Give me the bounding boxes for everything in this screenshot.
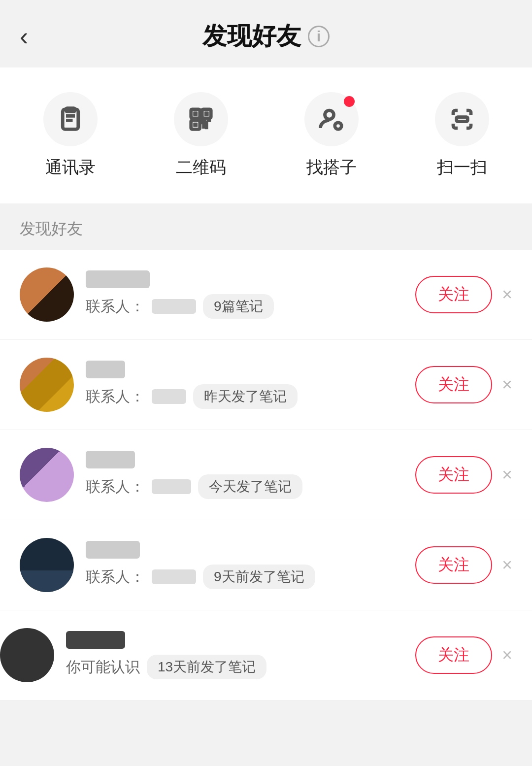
friend-name-blur-4 <box>86 541 140 559</box>
follow-button-5[interactable]: 关注 <box>415 636 492 674</box>
follow-button-1[interactable]: 关注 <box>415 276 492 313</box>
friend-badge-1: 9篇笔记 <box>203 294 274 319</box>
friend-actions-2: 关注 × <box>415 366 512 403</box>
scan-icon-wrap <box>435 92 489 146</box>
friend-label-4: 联系人： <box>86 567 145 587</box>
svg-rect-7 <box>193 123 198 127</box>
friend-label-3: 联系人： <box>86 477 145 497</box>
title-wrap: 发现好友 i <box>202 20 330 53</box>
friend-item-3: 联系人： 今天发了笔记 关注 × <box>0 430 532 520</box>
follow-button-2[interactable]: 关注 <box>415 366 492 403</box>
close-icon-2[interactable]: × <box>502 374 512 395</box>
scan-icon <box>449 106 475 133</box>
person-search-icon <box>318 106 345 133</box>
avatar-1 <box>20 267 74 322</box>
close-icon-3[interactable]: × <box>502 465 512 485</box>
friend-label-2: 联系人： <box>86 387 145 407</box>
friend-badge-3: 今天发了笔记 <box>198 474 302 499</box>
contacts-label: 通讯录 <box>45 156 96 179</box>
friend-info-4: 联系人： 9天前发了笔记 <box>86 541 403 589</box>
friend-name-blur-2 <box>86 361 125 378</box>
friend-name-blur-1 <box>86 270 150 288</box>
scan-label: 扫一扫 <box>437 156 487 179</box>
avatar-4 <box>20 538 74 592</box>
friend-name-row-1 <box>86 270 403 288</box>
find-partner-label: 找搭子 <box>306 156 357 179</box>
friend-meta-row-3: 联系人： 今天发了笔记 <box>86 474 403 499</box>
friend-contact-blur-3 <box>152 479 191 494</box>
friend-info-3: 联系人： 今天发了笔记 <box>86 451 403 499</box>
quick-action-scan[interactable]: 扫一扫 <box>397 82 527 189</box>
svg-rect-5 <box>193 111 198 116</box>
friend-contact-blur-4 <box>152 569 196 584</box>
friend-badge-5: 13天前发了笔记 <box>147 655 266 679</box>
avatar-3 <box>20 448 74 502</box>
friend-meta-row-4: 联系人： 9天前发了笔记 <box>86 565 403 589</box>
friend-meta-row-2: 联系人： 昨天发了笔记 <box>86 384 403 409</box>
friend-name-row-3 <box>86 451 403 468</box>
friend-contact-blur-1 <box>152 299 196 314</box>
qrcode-label: 二维码 <box>176 156 226 179</box>
quick-action-find-partner[interactable]: 找搭子 <box>266 82 397 189</box>
friend-name-row-5 <box>66 631 403 649</box>
follow-button-4[interactable]: 关注 <box>415 546 492 584</box>
friend-contact-blur-2 <box>152 389 186 404</box>
friend-badge-4: 9天前发了笔记 <box>203 565 315 589</box>
friend-actions-4: 关注 × <box>415 546 512 584</box>
friend-item-4: 联系人： 9天前发了笔记 关注 × <box>0 520 532 610</box>
svg-rect-10 <box>456 117 467 122</box>
friend-name-blur-5 <box>66 631 125 649</box>
friend-meta-row-5: 你可能认识 13天前发了笔记 <box>66 655 403 679</box>
qrcode-icon <box>188 106 214 133</box>
friend-item-5: 你可能认识 13天前发了笔记 关注 × <box>0 610 532 700</box>
quick-action-contacts[interactable]: 通讯录 <box>5 82 135 189</box>
close-icon-1[interactable]: × <box>502 284 512 305</box>
friend-name-row-2 <box>86 361 403 378</box>
back-button[interactable]: ‹ <box>20 24 28 49</box>
friend-badge-2: 昨天发了笔记 <box>193 384 298 409</box>
friend-item-1: 联系人： 9篇笔记 关注 × <box>0 250 532 340</box>
friend-info-5: 你可能认识 13天前发了笔记 <box>66 631 403 679</box>
friend-label-5: 你可能认识 <box>66 657 140 677</box>
friend-info-1: 联系人： 9篇笔记 <box>86 270 403 319</box>
section-title: 发现好友 <box>20 220 83 237</box>
section-header: 发现好友 <box>0 203 532 250</box>
avatar-2 <box>20 358 74 412</box>
avatar-5 <box>0 628 54 682</box>
clipboard-icon <box>57 106 84 133</box>
contacts-icon-wrap <box>43 92 98 146</box>
close-icon-4[interactable]: × <box>502 555 512 575</box>
find-partner-icon-wrap <box>304 92 359 146</box>
find-partner-badge <box>344 96 355 107</box>
page-title: 发现好友 <box>202 20 301 53</box>
qrcode-icon-wrap <box>174 92 228 146</box>
friend-actions-5: 关注 × <box>415 636 512 674</box>
svg-rect-1 <box>66 108 75 112</box>
friend-name-row-4 <box>86 541 403 559</box>
header: ‹ 发现好友 i <box>0 0 532 67</box>
close-icon-5[interactable]: × <box>502 645 512 666</box>
follow-button-3[interactable]: 关注 <box>415 456 492 494</box>
friend-meta-row-1: 联系人： 9篇笔记 <box>86 294 403 319</box>
friend-info-2: 联系人： 昨天发了笔记 <box>86 361 403 409</box>
quick-action-qrcode[interactable]: 二维码 <box>135 82 266 189</box>
friend-list: 联系人： 9篇笔记 关注 × 联系人： 昨天发了笔记 关注 × <box>0 250 532 700</box>
friend-item-2: 联系人： 昨天发了笔记 关注 × <box>0 340 532 430</box>
svg-rect-6 <box>204 111 208 116</box>
quick-actions-grid: 通讯录 二维码 找搭子 <box>0 67 532 203</box>
friend-label-1: 联系人： <box>86 297 145 317</box>
friend-actions-3: 关注 × <box>415 456 512 494</box>
friend-actions-1: 关注 × <box>415 276 512 313</box>
avatar-4-detail <box>25 572 44 592</box>
svg-point-8 <box>325 110 333 119</box>
friend-name-blur-3 <box>86 451 135 468</box>
info-icon[interactable]: i <box>308 26 330 47</box>
